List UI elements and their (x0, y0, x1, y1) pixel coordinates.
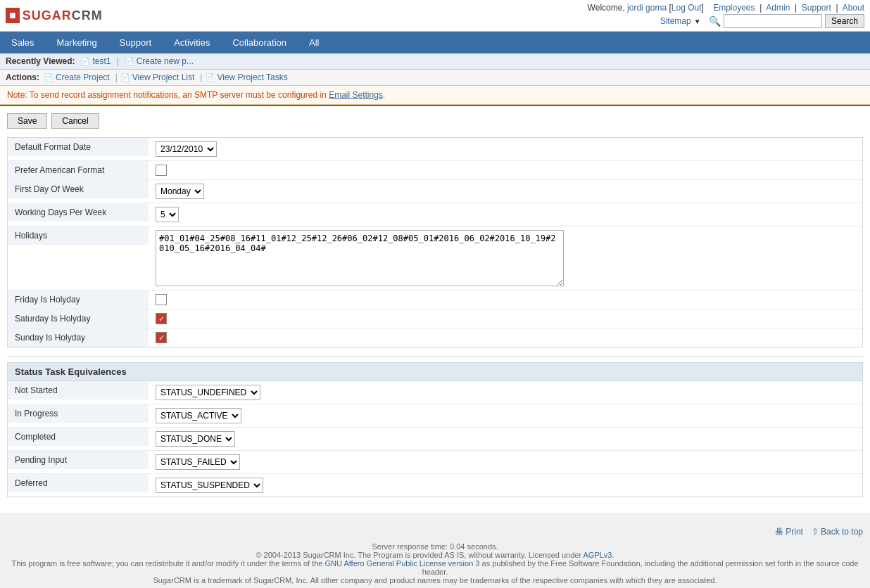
sunday-is-holyday-field: ✓ (149, 328, 862, 347)
search-input[interactable] (724, 14, 822, 28)
gnu-link[interactable]: GNU Affero General Public License versio… (325, 559, 480, 568)
default-format-date-field: 23/12/2010 (149, 138, 862, 160)
sunday-is-holyday-checkbox[interactable]: ✓ (156, 332, 167, 343)
sunday-is-holyday-label: Sunday Is Holyday (8, 328, 149, 347)
main-form-section: Default Format Date 23/12/2010 Prefer Am… (7, 137, 863, 347)
username-link[interactable]: jordi goma (627, 3, 667, 13)
pending-input-row: Pending Input STATUS_FAILED (8, 451, 862, 474)
create-project-icon: 📄 (44, 73, 53, 82)
in-progress-field: STATUS_ACTIVE (149, 404, 862, 427)
email-settings-link[interactable]: Email Settings (329, 90, 383, 100)
up-arrow-icon: ⇧ (812, 527, 819, 537)
working-days-per-week-row: Working Days Per Week 5 (8, 203, 862, 226)
saturday-is-holyday-checkbox[interactable]: ✓ (156, 313, 167, 324)
nav-activities[interactable]: Activities (163, 32, 221, 53)
view-project-tasks-icon: 📄 (205, 73, 215, 82)
status-task-section: Status Task Equivalences Not Started STA… (7, 362, 863, 497)
footer-top-links: 🖶 Print ⇧ Back to top (7, 527, 863, 537)
sunday-is-holyday-row: Sunday Is Holyday ✓ (8, 328, 862, 347)
prefer-american-format-checkbox[interactable] (156, 165, 167, 176)
not-started-select[interactable]: STATUS_UNDEFINED (156, 385, 260, 400)
search-button[interactable]: Search (825, 14, 864, 28)
sitemap-arrow: ▼ (694, 18, 701, 25)
logo: ■ SUGARCRM (6, 8, 103, 23)
default-format-date-select[interactable]: 23/12/2010 (156, 141, 217, 157)
view-project-tasks-link[interactable]: 📄 View Project Tasks (205, 72, 287, 82)
pending-input-label: Pending Input (8, 451, 149, 469)
saturday-is-holyday-field: ✓ (149, 309, 862, 328)
support-link[interactable]: Support (802, 3, 831, 13)
in-progress-select[interactable]: STATUS_ACTIVE (156, 408, 241, 423)
recently-viewed-item-0[interactable]: 📄 test1 (80, 56, 111, 66)
logout-link[interactable]: Log Out (672, 3, 702, 13)
completed-label: Completed (8, 428, 149, 446)
deferred-field: STATUS_SUSPENDED (149, 474, 862, 497)
default-format-date-label: Default Format Date (8, 138, 149, 156)
default-format-date-row: Default Format Date 23/12/2010 (8, 138, 862, 161)
friday-is-holyday-field (149, 290, 862, 309)
section-divider (7, 356, 863, 357)
holidays-label: Holidays (8, 226, 149, 245)
first-day-of-week-select[interactable]: Monday (156, 184, 204, 199)
deferred-row: Deferred STATUS_SUSPENDED (8, 474, 862, 497)
notification-text: Note: To send record assignment notifica… (7, 90, 327, 100)
employees-link[interactable]: Employees (713, 3, 755, 13)
form-buttons: Save Cancel (7, 113, 863, 129)
not-started-row: Not Started STATUS_UNDEFINED (8, 381, 862, 404)
sitemap-link[interactable]: Sitemap (660, 16, 691, 26)
prefer-american-format-row: Prefer American Format (8, 161, 862, 180)
in-progress-label: In Progress (8, 404, 149, 423)
welcome-text: Welcome, (588, 3, 625, 13)
status-task-heading: Status Task Equivalences (8, 363, 862, 381)
server-response: Server response time: 0.04 seconds. (7, 542, 863, 551)
sitemap-search-row: Sitemap ▼ 🔍 Search (660, 14, 864, 28)
actions-bar: Actions: 📄 Create Project | 📄 View Proje… (0, 70, 870, 86)
main-content: Save Cancel Default Format Date 23/12/20… (0, 105, 870, 513)
prefer-american-format-label: Prefer American Format (8, 161, 149, 179)
main-navbar: Sales Marketing Support Activities Colla… (0, 32, 870, 53)
first-day-of-week-row: First Day Of Week Monday (8, 180, 862, 203)
print-icon: 🖶 (775, 527, 783, 537)
nav-support[interactable]: Support (108, 32, 163, 53)
deferred-label: Deferred (8, 474, 149, 492)
create-project-link[interactable]: 📄 Create Project (44, 72, 110, 82)
nav-collaboration[interactable]: Collaboration (221, 32, 298, 53)
file-icon-0: 📄 (80, 57, 90, 66)
save-button[interactable]: Save (7, 113, 47, 129)
recently-viewed-item-1[interactable]: 📄 Create new p... (125, 56, 194, 66)
pending-input-field: STATUS_FAILED (149, 451, 862, 473)
completed-row: Completed STATUS_DONE (8, 428, 862, 451)
in-progress-row: In Progress STATUS_ACTIVE (8, 404, 862, 428)
about-link[interactable]: About (843, 3, 864, 13)
page-footer: 🖶 Print ⇧ Back to top Server response ti… (0, 520, 870, 588)
working-days-per-week-select[interactable]: 5 (156, 207, 179, 222)
copyright-line: © 2004-2013 SugarCRM Inc. The Program is… (7, 551, 863, 559)
nav-sales[interactable]: Sales (0, 32, 46, 53)
holidays-textarea[interactable]: #01_01#04_25#08_16#11_01#12_25#12_26#06_… (156, 230, 564, 286)
recently-viewed-label: Recently Viewed: (6, 56, 75, 66)
trademark-line: SugarCRM is a trademark of SugarCRM, Inc… (7, 576, 863, 584)
pending-input-select[interactable]: STATUS_FAILED (156, 454, 240, 470)
cancel-button[interactable]: Cancel (51, 113, 99, 129)
working-days-per-week-label: Working Days Per Week (8, 203, 149, 222)
completed-select[interactable]: STATUS_DONE (156, 431, 235, 447)
first-day-of-week-label: First Day Of Week (8, 180, 149, 198)
gpl-line: This program is free software; you can r… (7, 559, 863, 576)
print-link[interactable]: 🖶 Print (775, 527, 803, 537)
view-project-list-link[interactable]: 📄 View Project List (120, 72, 194, 82)
nav-marketing[interactable]: Marketing (46, 32, 108, 53)
working-days-per-week-field: 5 (149, 203, 862, 226)
admin-link[interactable]: Admin (766, 3, 790, 13)
actions-label: Actions: (6, 72, 39, 82)
friday-is-holyday-row: Friday Is Holyday (8, 290, 862, 309)
friday-is-holyday-checkbox[interactable] (156, 294, 167, 305)
not-started-field: STATUS_UNDEFINED (149, 381, 862, 404)
search-icon: 🔍 (709, 15, 721, 27)
saturday-is-holyday-label: Saturday Is Holyday (8, 309, 149, 328)
recently-viewed-bar: Recently Viewed: 📄 test1 | 📄 Create new … (0, 53, 870, 70)
back-to-top-link[interactable]: ⇧ Back to top (812, 527, 863, 537)
nav-all[interactable]: All (298, 32, 330, 53)
view-project-list-icon: 📄 (120, 73, 130, 82)
deferred-select[interactable]: STATUS_SUSPENDED (156, 478, 263, 493)
agpl-link[interactable]: AGPLv3 (584, 551, 612, 559)
